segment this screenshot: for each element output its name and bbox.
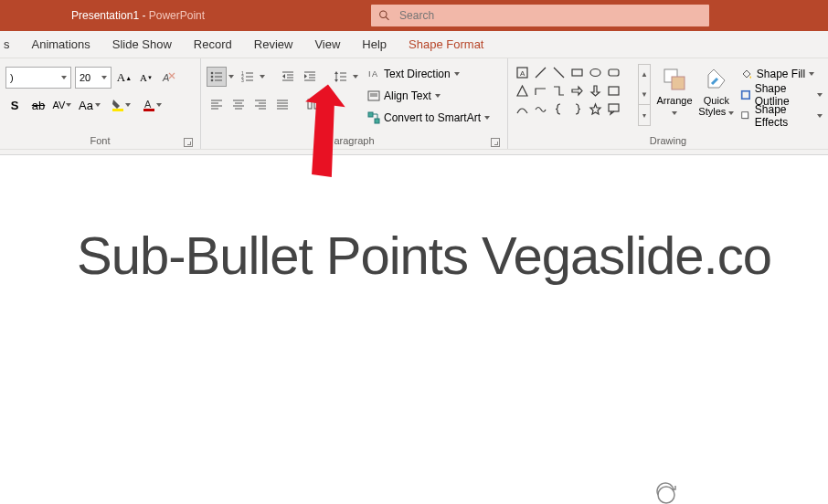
chevron-down-icon xyxy=(672,111,677,115)
svg-rect-68 xyxy=(742,112,748,119)
shape-arrow-right[interactable] xyxy=(568,82,586,100)
shape-rect2[interactable] xyxy=(605,82,622,100)
convert-smartart-button[interactable]: Convert to SmartArt xyxy=(367,108,490,128)
search-box[interactable] xyxy=(371,5,709,26)
svg-rect-53 xyxy=(368,112,373,117)
shape-brace-l[interactable] xyxy=(550,100,568,118)
shape-elbow[interactable] xyxy=(532,82,549,100)
shape-wave[interactable] xyxy=(532,100,549,118)
change-case-button[interactable]: Aa xyxy=(77,95,102,115)
justify-button[interactable] xyxy=(272,94,292,114)
highlight-button[interactable] xyxy=(108,95,133,115)
chevron-down-icon xyxy=(484,116,490,120)
bullets-dropdown[interactable] xyxy=(228,75,236,79)
chevron-down-icon xyxy=(817,93,823,97)
decrease-indent-button[interactable] xyxy=(278,67,298,87)
shape-line2[interactable] xyxy=(550,64,568,81)
decrease-font-button[interactable]: A▼ xyxy=(137,68,155,88)
svg-rect-63 xyxy=(609,104,619,111)
search-input[interactable] xyxy=(399,9,702,22)
arrange-button[interactable]: Arrange xyxy=(656,64,693,126)
tab-shape-format[interactable]: Shape Format xyxy=(398,31,494,58)
align-text-button[interactable]: Align Text xyxy=(367,86,490,106)
shape-star[interactable] xyxy=(587,100,604,118)
shape-fill-button[interactable]: Shape Fill xyxy=(740,64,823,84)
shapes-more[interactable]: ▾ xyxy=(639,104,650,125)
shape-effects-button[interactable]: Shape Effects xyxy=(740,106,823,126)
tab-record[interactable]: Record xyxy=(183,31,243,58)
strikethrough-button[interactable]: S xyxy=(5,95,24,115)
align-center-button[interactable] xyxy=(228,94,249,114)
shapes-scroll-down[interactable]: ▼ xyxy=(639,85,650,105)
app-name: PowerPoint xyxy=(149,9,205,22)
align-left-button[interactable] xyxy=(207,94,227,114)
tab-truncated[interactable]: s xyxy=(0,31,21,58)
font-size-select[interactable]: 20 xyxy=(75,67,111,89)
text-direction-button[interactable]: IA Text Direction xyxy=(367,64,490,84)
shape-rect[interactable] xyxy=(568,64,586,81)
shape-outline-button[interactable]: Shape Outline xyxy=(740,85,823,105)
align-right-button[interactable] xyxy=(250,94,271,114)
svg-point-8 xyxy=(211,79,214,82)
shape-oval[interactable] xyxy=(587,64,604,81)
shape-effects-label: Shape Effects xyxy=(755,103,813,129)
svg-rect-5 xyxy=(143,109,154,111)
shape-callout[interactable] xyxy=(605,100,622,118)
align-text-label: Align Text xyxy=(384,89,431,102)
align-right-icon xyxy=(253,97,268,111)
bullets-icon xyxy=(209,69,224,84)
quick-styles-button[interactable]: QuickStyles xyxy=(698,64,735,126)
chevron-down-icon xyxy=(435,94,441,98)
columns-button[interactable] xyxy=(303,94,324,114)
clear-formatting-button[interactable]: A xyxy=(159,68,177,88)
tab-review[interactable]: Review xyxy=(243,31,304,58)
shape-line[interactable] xyxy=(532,64,549,81)
svg-text:A: A xyxy=(162,72,169,83)
shape-brace-r[interactable] xyxy=(568,100,586,118)
group-drawing: A xyxy=(508,58,828,149)
svg-text:3: 3 xyxy=(241,78,244,83)
double-strike-button[interactable]: ab xyxy=(29,95,48,115)
numbering-button[interactable]: 123 xyxy=(238,67,258,87)
line-spacing-button[interactable] xyxy=(331,67,351,87)
convert-smartart-label: Convert to SmartArt xyxy=(384,111,481,124)
char-spacing-button[interactable]: AV xyxy=(53,95,71,115)
smartart-icon xyxy=(367,111,380,124)
shape-arrow-down[interactable] xyxy=(587,82,604,100)
rotate-handle-icon[interactable] xyxy=(653,482,679,504)
text-direction-icon: IA xyxy=(367,68,380,80)
tab-help[interactable]: Help xyxy=(351,31,398,58)
shape-arc[interactable] xyxy=(514,100,531,118)
numbering-icon: 123 xyxy=(240,69,255,84)
quick-label: Quick xyxy=(704,95,729,106)
svg-rect-66 xyxy=(741,91,748,99)
shape-textbox[interactable]: A xyxy=(514,64,531,81)
increase-indent-button[interactable] xyxy=(300,67,320,87)
bullets-button[interactable] xyxy=(207,67,227,87)
font-dialog-launcher[interactable] xyxy=(184,138,193,147)
font-color-button[interactable]: A xyxy=(139,95,165,115)
tab-view[interactable]: View xyxy=(303,31,351,58)
paragraph-dialog-launcher[interactable] xyxy=(491,138,500,147)
line-spacing-dropdown[interactable] xyxy=(353,75,360,79)
shape-elbow2[interactable] xyxy=(550,82,568,100)
tab-animations[interactable]: Animations xyxy=(21,31,101,58)
svg-point-6 xyxy=(211,72,214,75)
increase-font-button[interactable]: A▲ xyxy=(115,68,133,88)
chevron-down-icon xyxy=(66,103,71,107)
slide-canvas[interactable]: Sub-Bullet Points Vegaslide.co Canada Un… xyxy=(0,155,828,286)
shape-roundrect[interactable] xyxy=(605,64,622,81)
font-family-select[interactable]: ) xyxy=(5,67,71,89)
arrange-icon xyxy=(661,66,688,93)
columns-dropdown[interactable] xyxy=(325,102,333,106)
svg-text:A: A xyxy=(144,99,152,110)
tab-slideshow[interactable]: Slide Show xyxy=(101,31,183,58)
font-size-value: 20 xyxy=(80,72,90,83)
shapes-scroll-up[interactable]: ▲ xyxy=(639,65,650,85)
slide-title[interactable]: Sub-Bullet Points Vegaslide.co xyxy=(0,155,828,286)
numbering-dropdown[interactable] xyxy=(260,75,267,79)
arrange-label: Arrange xyxy=(656,95,692,106)
shapes-gallery[interactable]: A xyxy=(514,64,638,126)
svg-rect-3 xyxy=(112,109,123,111)
shape-triangle[interactable] xyxy=(514,82,531,100)
